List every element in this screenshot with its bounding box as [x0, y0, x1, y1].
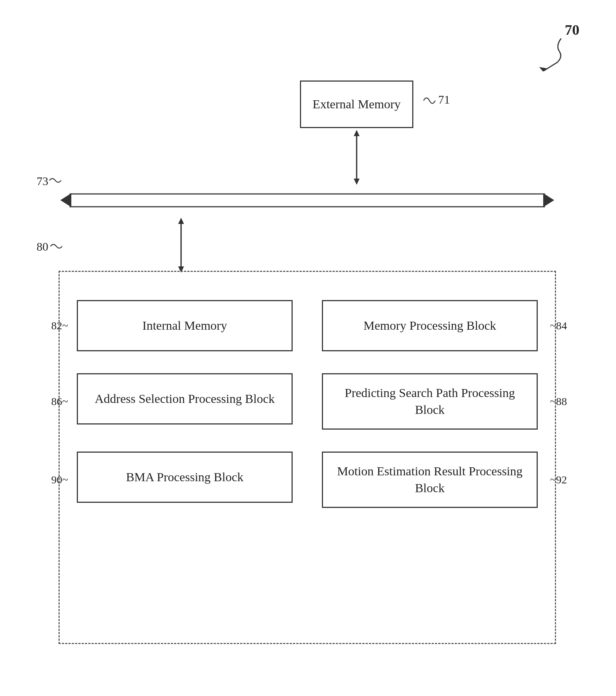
ref-90: 90~	[51, 474, 68, 486]
external-memory-label: External Memory	[313, 96, 401, 112]
svg-text:71: 71	[438, 93, 450, 106]
svg-marker-1	[539, 67, 547, 71]
ref-80-squiggle: 80	[37, 240, 70, 260]
svg-text:73: 73	[37, 175, 48, 188]
svg-text:80: 80	[37, 240, 48, 253]
svg-text:70: 70	[565, 22, 579, 38]
svg-marker-9	[543, 193, 554, 207]
memory-processing-block: Memory Processing Block	[322, 300, 538, 351]
internal-memory-label: Internal Memory	[142, 317, 227, 334]
bus-arrow	[59, 187, 556, 216]
ref-82: 82~	[51, 319, 68, 332]
ref-73-squiggle: 73	[37, 175, 70, 197]
svg-marker-5	[354, 179, 360, 185]
bma-processing-label: BMA Processing Block	[126, 469, 243, 486]
svg-marker-12	[178, 218, 184, 224]
bma-processing-block: BMA Processing Block	[77, 452, 293, 503]
ref-88: ~88	[550, 395, 567, 408]
internal-memory-block: Internal Memory	[77, 300, 293, 351]
address-selection-block: Address Selection Processing Block	[77, 373, 293, 424]
diagram: 70 External Memory 71 73	[0, 0, 616, 696]
predicting-search-block: Predicting Search Path Processing Block	[322, 373, 538, 430]
blocks-grid: 82~ Internal Memory Memory Processing Bl…	[77, 300, 538, 508]
external-memory-box: External Memory	[300, 81, 413, 128]
predicting-search-label: Predicting Search Path Processing Block	[330, 385, 529, 418]
ref-70-squiggle: 70	[521, 20, 587, 71]
address-selection-label: Address Selection Processing Block	[95, 390, 275, 407]
vert-arrow-int-bus	[176, 216, 187, 274]
memory-processing-label: Memory Processing Block	[364, 317, 496, 334]
motion-estimation-label: Motion Estimation Result Processing Bloc…	[330, 463, 529, 497]
ref-86: 86~	[51, 395, 68, 408]
ref-92: ~92	[550, 474, 567, 486]
svg-marker-4	[354, 130, 360, 136]
motion-estimation-block: Motion Estimation Result Processing Bloc…	[322, 452, 538, 508]
ref-71-squiggle: 71	[420, 90, 464, 112]
vert-arrow-ext-memory	[351, 128, 362, 187]
ref-84: ~84	[550, 319, 567, 332]
